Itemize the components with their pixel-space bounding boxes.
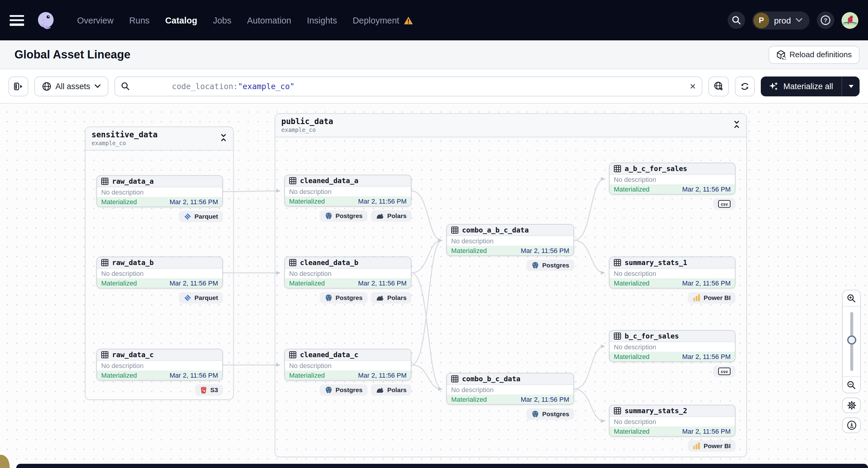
nav-item-overview[interactable]: Overview [77, 15, 114, 25]
download-icon [847, 420, 856, 430]
status-timestamp: Mar 2, 11:56 PM [682, 353, 731, 360]
refresh-icon [741, 82, 750, 91]
collapse-group-icon[interactable] [733, 121, 740, 128]
asset-node-cleaned_data_c[interactable]: cleaned_data_c No description Materializ… [284, 349, 411, 381]
nav-item-insights[interactable]: Insights [307, 15, 337, 25]
status-badge: Materialized [614, 428, 650, 435]
asset-tags: csv [609, 366, 736, 376]
postgres-icon [325, 212, 333, 220]
help-icon[interactable]: ? [817, 11, 834, 29]
tag-label: Parquet [194, 294, 218, 301]
tag-polars[interactable]: Polars [371, 292, 411, 303]
asset-name: raw_data_a [112, 177, 154, 186]
asset-node-summary_stats_1[interactable]: summary_stats_1 No description Materiali… [609, 257, 736, 288]
navbar-right: P prod ? [727, 11, 858, 29]
collapse-group-icon[interactable] [220, 134, 227, 142]
asset-status-row: Materialized Mar 2, 11:56 PM [610, 278, 735, 288]
search-icon [121, 82, 129, 90]
chevron-down-icon [796, 18, 802, 22]
zoom-in-button[interactable] [843, 290, 860, 306]
tag-label: Power BI [704, 294, 731, 301]
asset-status-row: Materialized Mar 2, 11:56 PM [285, 370, 411, 380]
materialize-all-label: Materialize all [783, 82, 833, 91]
panel-toggle-button[interactable] [8, 76, 28, 96]
corner-decoration [0, 455, 10, 468]
asset-description: No description [285, 361, 411, 370]
asset-search-input[interactable]: code_location:"example_co" ✕ [115, 76, 703, 96]
user-avatar[interactable] [841, 12, 858, 29]
nav-item-jobs[interactable]: Jobs [213, 15, 231, 25]
asset-node-a_b_c_for_sales[interactable]: a_b_c_for_sales No description Materiali… [609, 163, 736, 194]
polars-icon [376, 212, 384, 219]
dagster-logo[interactable] [36, 10, 55, 30]
chevron-down-icon [95, 84, 101, 88]
polars-icon [376, 386, 384, 393]
tag-postgres[interactable]: Postgres [526, 259, 574, 271]
asset-node-combo_a_b_c_data[interactable]: combo_a_b_c_data No description Material… [446, 224, 574, 256]
search-icon[interactable] [727, 11, 745, 29]
menu-icon[interactable] [10, 15, 24, 26]
asset-node-summary_stats_2[interactable]: summary_stats_2 No description Materiali… [609, 405, 736, 437]
svg-text:csv: csv [721, 369, 728, 374]
clear-search-icon[interactable]: ✕ [689, 82, 696, 90]
materialize-options-caret[interactable] [841, 76, 860, 96]
nav-item-deployment[interactable]: Deployment [353, 15, 413, 25]
download-button[interactable] [842, 417, 861, 433]
tag-polars[interactable]: Polars [371, 210, 411, 221]
table-icon [101, 259, 108, 266]
asset-name: cleaned_data_b [300, 258, 359, 267]
tag-parquet[interactable]: Parquet [179, 292, 223, 303]
tag-csv[interactable]: csv [713, 198, 736, 209]
powerbi-icon [693, 442, 701, 449]
group-name: sensitive_data [92, 130, 157, 139]
tag-label: Polars [387, 294, 407, 301]
filter-scope-button[interactable] [709, 76, 729, 96]
search-query-value: "example_co" [238, 82, 294, 91]
zoom-slider-handle[interactable] [847, 336, 856, 345]
tag-postgres[interactable]: Postgres [320, 384, 367, 395]
reload-definitions-button[interactable]: Reload definitions [768, 45, 860, 64]
tag-label: Postgres [542, 261, 569, 269]
zoom-out-button[interactable] [843, 377, 860, 393]
nav-item-catalog[interactable]: Catalog [165, 15, 197, 25]
status-badge: Materialized [451, 247, 487, 254]
group-code-location: example_co [281, 126, 333, 134]
nav-item-runs[interactable]: Runs [129, 15, 150, 25]
asset-node-raw_data_b[interactable]: raw_data_b No description Materialized M… [96, 257, 223, 288]
asset-tags: PostgresPolars [284, 210, 411, 221]
materialize-all-button[interactable]: Materialize all [761, 76, 860, 96]
graph-settings-button[interactable] [842, 398, 861, 413]
refresh-button[interactable] [735, 76, 755, 96]
materialize-all-main[interactable]: Materialize all [761, 76, 841, 96]
asset-node-combo_b_c_data[interactable]: combo_b_c_data No description Materializ… [446, 373, 574, 405]
asset-node-raw_data_c[interactable]: raw_data_c No description Materialized M… [96, 349, 223, 381]
tag-power-bi[interactable]: Power BI [688, 292, 736, 303]
tag-postgres[interactable]: Postgres [320, 210, 367, 221]
status-badge: Materialized [451, 396, 487, 403]
asset-filter-dropdown[interactable]: All assets [34, 76, 108, 96]
asset-status-row: Materialized Mar 2, 11:56 PM [447, 395, 574, 404]
tag-s3[interactable]: S3 [195, 384, 223, 395]
asset-node-raw_data_a[interactable]: raw_data_a No description Materialized M… [96, 175, 223, 207]
zoom-in-icon [847, 293, 856, 303]
status-timestamp: Mar 2, 11:56 PM [521, 396, 569, 403]
tag-csv[interactable]: csv [713, 366, 736, 376]
tag-polars[interactable]: Polars [371, 384, 411, 395]
asset-node-cleaned_data_b[interactable]: cleaned_data_b No description Materializ… [284, 257, 411, 288]
asset-tags: Parquet [96, 292, 223, 303]
zoom-slider[interactable] [843, 306, 860, 377]
lineage-canvas[interactable]: sensitive_data example_co public_data ex… [0, 103, 868, 468]
tag-parquet[interactable]: Parquet [179, 211, 223, 222]
asset-node-b_c_for_sales[interactable]: b_c_for_sales No description Materialize… [609, 330, 736, 362]
asset-node-cleaned_data_a[interactable]: cleaned_data_a No description Materializ… [284, 175, 411, 207]
status-timestamp: Mar 2, 11:56 PM [169, 198, 218, 206]
tag-power-bi[interactable]: Power BI [688, 440, 736, 451]
environment-switcher[interactable]: P prod [752, 11, 810, 29]
globe-add-icon [714, 81, 724, 91]
asset-status-row: Materialized Mar 2, 11:56 PM [610, 352, 735, 362]
table-icon [614, 165, 621, 172]
tag-postgres[interactable]: Postgres [320, 292, 367, 303]
tag-postgres[interactable]: Postgres [526, 408, 574, 419]
table-icon [614, 407, 621, 414]
nav-item-automation[interactable]: Automation [247, 15, 291, 25]
